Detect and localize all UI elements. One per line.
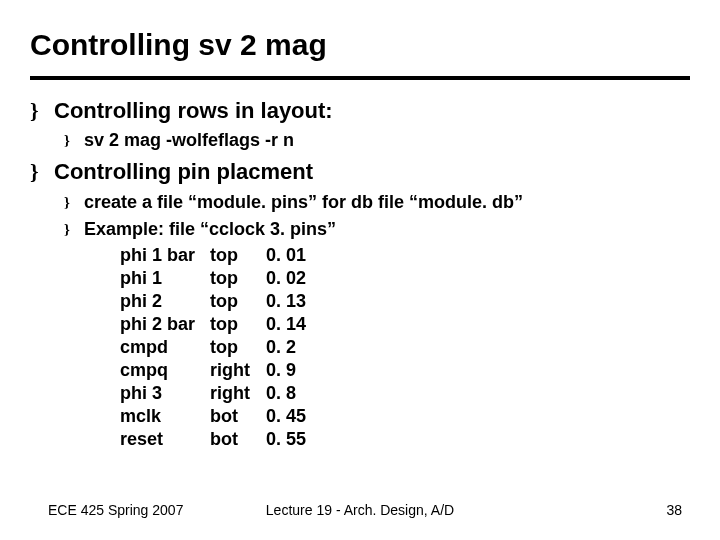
table-row: phi 1 top 0. 02 xyxy=(120,267,690,290)
pin-value: 0. 9 xyxy=(266,359,296,382)
bullet-icon: } xyxy=(30,98,54,124)
bullet-text: Controlling pin placment xyxy=(54,159,313,185)
pin-name: reset xyxy=(120,428,210,451)
pin-name: mclk xyxy=(120,405,210,428)
pin-name: phi 3 xyxy=(120,382,210,405)
table-row: phi 2 top 0. 13 xyxy=(120,290,690,313)
pin-value: 0. 13 xyxy=(266,290,306,313)
pin-name: cmpq xyxy=(120,359,210,382)
pin-side: right xyxy=(210,359,266,382)
pins-table: phi 1 bar top 0. 01 phi 1 top 0. 02 phi … xyxy=(120,244,690,451)
bullet-level2: } sv 2 mag -wolfeflags -r n xyxy=(64,130,690,151)
slide-content: } Controlling rows in layout: } sv 2 mag… xyxy=(0,98,720,451)
pin-side: right xyxy=(210,382,266,405)
table-row: phi 1 bar top 0. 01 xyxy=(120,244,690,267)
bullet-icon: } xyxy=(30,159,54,185)
bullet-text: create a file “module. pins” for db file… xyxy=(84,192,523,213)
footer-page-number: 38 xyxy=(666,502,682,518)
bullet-icon: } xyxy=(64,130,84,151)
pin-name: phi 1 xyxy=(120,267,210,290)
pin-value: 0. 14 xyxy=(266,313,306,336)
title-rule xyxy=(30,76,690,80)
pin-value: 0. 8 xyxy=(266,382,296,405)
pin-side: bot xyxy=(210,428,266,451)
pin-side: top xyxy=(210,313,266,336)
slide-title: Controlling sv 2 mag xyxy=(0,0,720,72)
bullet-icon: } xyxy=(64,219,84,240)
table-row: cmpq right 0. 9 xyxy=(120,359,690,382)
pin-name: phi 2 xyxy=(120,290,210,313)
pin-name: phi 2 bar xyxy=(120,313,210,336)
bullet-text: Controlling rows in layout: xyxy=(54,98,333,124)
pin-name: cmpd xyxy=(120,336,210,359)
bullet-text: Example: file “cclock 3. pins” xyxy=(84,219,336,240)
table-row: reset bot 0. 55 xyxy=(120,428,690,451)
pin-side: top xyxy=(210,290,266,313)
bullet-text: sv 2 mag -wolfeflags -r n xyxy=(84,130,294,151)
bullet-level1: } Controlling rows in layout: xyxy=(30,98,690,124)
table-row: phi 3 right 0. 8 xyxy=(120,382,690,405)
pin-value: 0. 55 xyxy=(266,428,306,451)
pin-side: top xyxy=(210,244,266,267)
pin-name: phi 1 bar xyxy=(120,244,210,267)
table-row: mclk bot 0. 45 xyxy=(120,405,690,428)
bullet-level2: } create a file “module. pins” for db fi… xyxy=(64,192,690,213)
slide-footer: ECE 425 Spring 2007 Lecture 19 - Arch. D… xyxy=(0,502,720,522)
pin-side: top xyxy=(210,336,266,359)
slide: Controlling sv 2 mag } Controlling rows … xyxy=(0,0,720,540)
bullet-level2: } Example: file “cclock 3. pins” xyxy=(64,219,690,240)
pin-value: 0. 45 xyxy=(266,405,306,428)
pin-value: 0. 2 xyxy=(266,336,296,359)
table-row: cmpd top 0. 2 xyxy=(120,336,690,359)
pin-value: 0. 01 xyxy=(266,244,306,267)
bullet-icon: } xyxy=(64,192,84,213)
bullet-level1: } Controlling pin placment xyxy=(30,159,690,185)
table-row: phi 2 bar top 0. 14 xyxy=(120,313,690,336)
pin-side: bot xyxy=(210,405,266,428)
pin-value: 0. 02 xyxy=(266,267,306,290)
pin-side: top xyxy=(210,267,266,290)
footer-center: Lecture 19 - Arch. Design, A/D xyxy=(0,502,720,518)
